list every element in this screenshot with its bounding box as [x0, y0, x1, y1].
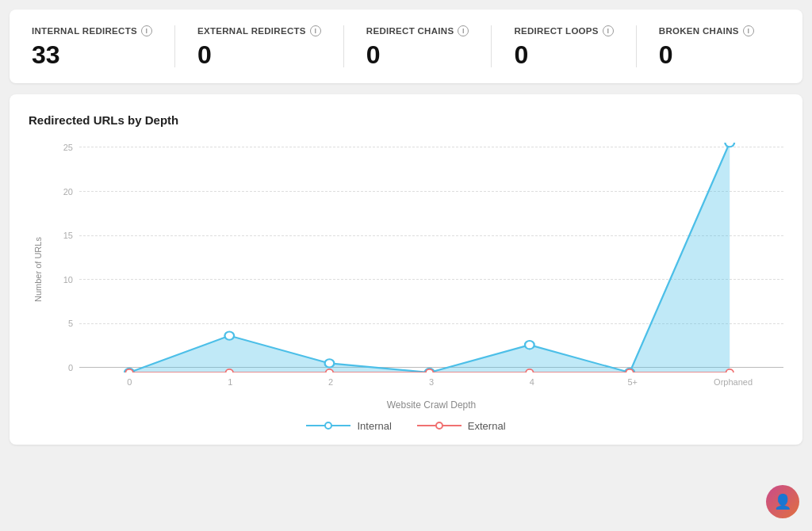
legend-internal-label: Internal: [357, 420, 391, 432]
redirect-chains-label: REDIRECT CHAINS i: [366, 25, 469, 37]
internal-dot-1: [224, 331, 234, 339]
internal-redirects-value: 33: [32, 42, 152, 67]
internal-dot-orphaned: [725, 143, 734, 147]
legend-external-dash: [417, 425, 436, 426]
x-label-4: 4: [481, 377, 582, 396]
legend-external-label: External: [468, 420, 506, 432]
external-redirects-label: EXTERNAL REDIRECTS i: [197, 25, 321, 37]
internal-redirects-info-icon[interactable]: i: [141, 25, 152, 36]
chart-area: Number of URLs 25 20 15 10: [29, 143, 783, 396]
chart-svg-element: [79, 143, 783, 372]
x-label-0: 0: [79, 377, 180, 396]
legend-internal-line: [306, 422, 350, 430]
external-redirects-info-icon[interactable]: i: [310, 25, 321, 36]
redirect-chains-info-icon[interactable]: i: [458, 25, 469, 36]
chart-title: Redirected URLs by Depth: [29, 113, 783, 127]
chart-card: Redirected URLs by Depth Number of URLs …: [10, 94, 802, 445]
legend-internal-dash: [306, 425, 325, 426]
x-label-orphaned: Orphaned: [683, 377, 783, 396]
redirect-chains-stat: REDIRECT CHAINS i 0: [343, 25, 492, 67]
legend-external-dash2: [442, 425, 462, 426]
external-dot-2: [326, 369, 333, 372]
external-dot-5: [626, 369, 633, 372]
internal-dot-2: [325, 359, 335, 367]
chart-legend: Internal External: [29, 420, 783, 432]
internal-line: [129, 143, 730, 372]
x-label-1: 1: [180, 377, 281, 396]
redirect-loops-label: REDIRECT LOOPS i: [514, 25, 613, 37]
x-label-3: 3: [381, 377, 482, 396]
y-axis-label: Number of URLs: [29, 143, 51, 396]
chart-inner: 25 20 15 10 5: [51, 143, 783, 396]
broken-chains-value: 0: [659, 42, 754, 67]
external-dot-4: [526, 369, 533, 372]
legend-external: External: [417, 420, 506, 432]
chart-svg: [79, 143, 783, 372]
x-label-5plus: 5+: [582, 377, 683, 396]
label-text: REDIRECT LOOPS: [514, 25, 598, 37]
internal-dot-4: [525, 341, 534, 349]
legend-external-line: [417, 422, 462, 430]
user-avatar[interactable]: 👤: [766, 485, 799, 518]
external-dot-1: [226, 369, 233, 372]
legend-internal: Internal: [306, 420, 391, 432]
external-dot-3: [426, 369, 433, 372]
redirect-loops-stat: REDIRECT LOOPS i 0: [491, 25, 635, 67]
external-dot-orphaned: [726, 369, 733, 372]
redirect-chains-value: 0: [366, 42, 469, 67]
redirect-loops-info-icon[interactable]: i: [603, 25, 614, 36]
internal-redirects-label: INTERNAL REDIRECTS i: [32, 25, 152, 37]
x-axis-title: Website Crawl Depth: [79, 399, 783, 411]
label-text: REDIRECT CHAINS: [366, 25, 454, 37]
legend-internal-dash2: [331, 425, 350, 426]
external-redirects-value: 0: [197, 42, 321, 67]
external-dot-0: [125, 369, 132, 372]
redirect-loops-value: 0: [514, 42, 613, 67]
stats-card: INTERNAL REDIRECTS i 33 EXTERNAL REDIREC…: [10, 10, 802, 83]
broken-chains-stat: BROKEN CHAINS i 0: [636, 25, 776, 67]
internal-area-fill: [129, 143, 730, 372]
label-text: INTERNAL REDIRECTS: [32, 25, 137, 37]
x-axis-labels: 0 1 2 3 4 5+ Orphaned: [79, 377, 783, 396]
label-text: EXTERNAL REDIRECTS: [197, 25, 306, 37]
broken-chains-label: BROKEN CHAINS i: [659, 25, 754, 37]
broken-chains-info-icon[interactable]: i: [743, 25, 754, 36]
x-label-2: 2: [281, 377, 381, 396]
label-text: BROKEN CHAINS: [659, 25, 739, 37]
internal-redirects-stat: INTERNAL REDIRECTS i 33: [32, 25, 174, 67]
external-redirects-stat: EXTERNAL REDIRECTS i 0: [174, 25, 343, 67]
